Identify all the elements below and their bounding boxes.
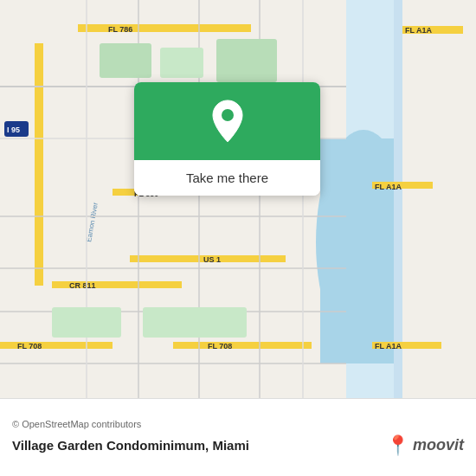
svg-rect-40 bbox=[160, 48, 203, 78]
svg-text:CR 811: CR 811 bbox=[69, 281, 96, 290]
svg-rect-39 bbox=[100, 43, 151, 78]
take-me-there-button[interactable]: Take me there bbox=[134, 160, 320, 196]
svg-text:FL 708: FL 708 bbox=[17, 342, 42, 351]
svg-text:FL A1A: FL A1A bbox=[375, 183, 402, 191]
svg-text:FL A1A: FL A1A bbox=[375, 342, 402, 351]
svg-rect-43 bbox=[143, 307, 247, 338]
map-container: FL 786 FL A1A I 95 FL 850 FL A1A US 1 CR… bbox=[0, 0, 476, 398]
map-attribution: © OpenStreetMap contributors bbox=[12, 419, 464, 429]
svg-text:I 95: I 95 bbox=[7, 125, 20, 134]
svg-text:FL 708: FL 708 bbox=[208, 342, 232, 351]
svg-rect-10 bbox=[35, 43, 43, 286]
moovit-pin-icon: 📍 bbox=[386, 434, 409, 457]
svg-rect-5 bbox=[394, 0, 402, 398]
svg-text:FL 786: FL 786 bbox=[108, 25, 132, 34]
popup-card: Take me there bbox=[134, 82, 320, 196]
svg-text:US 1: US 1 bbox=[203, 255, 221, 264]
svg-rect-41 bbox=[216, 39, 277, 82]
place-name: Village Garden Condominimum, Miami bbox=[12, 438, 249, 453]
popup-green-area bbox=[134, 82, 320, 160]
svg-text:FL A1A: FL A1A bbox=[405, 26, 433, 35]
svg-rect-4 bbox=[394, 0, 476, 398]
location-pin-icon bbox=[209, 99, 247, 144]
svg-rect-23 bbox=[173, 342, 312, 349]
svg-point-44 bbox=[222, 109, 234, 121]
svg-rect-42 bbox=[52, 307, 121, 338]
svg-rect-6 bbox=[78, 24, 251, 32]
moovit-logo: 📍 moovit bbox=[386, 434, 464, 457]
bottom-bar: © OpenStreetMap contributors Village Gar… bbox=[0, 398, 476, 476]
moovit-brand-text: moovit bbox=[413, 436, 464, 454]
